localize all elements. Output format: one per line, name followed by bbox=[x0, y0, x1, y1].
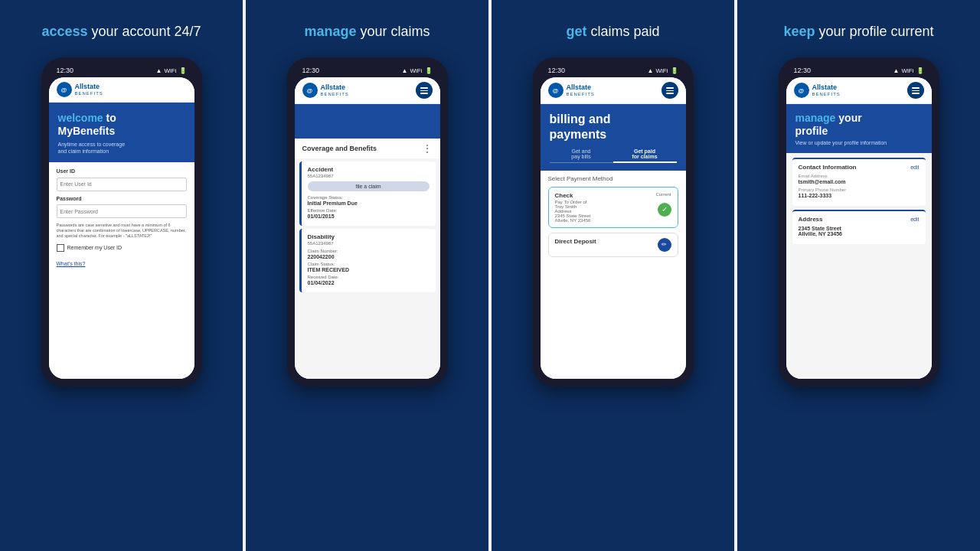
phone-3-statusbar: 12:30 ▲ WiFi 🔋 bbox=[541, 65, 686, 76]
profile-subtitle: View or update your profile information bbox=[795, 140, 923, 145]
coverage-title-text: Coverage and Benefits bbox=[302, 145, 377, 152]
phone-1-statusbar: 12:30 ▲ WiFi 🔋 bbox=[49, 65, 194, 76]
welcome-accent: welcome bbox=[58, 112, 103, 124]
password-hint: Passwords are case sensitive and must ha… bbox=[57, 223, 187, 239]
phone-value: 111-222-3333 bbox=[799, 193, 920, 198]
address-card-header: Address edit bbox=[799, 216, 920, 223]
panel-profile: keep your profile current 12:30 ▲ WiFi 🔋… bbox=[737, 0, 980, 551]
selected-checkmark: ✓ bbox=[658, 203, 671, 217]
panels-container: access your account 24/7 12:30 ▲ WiFi 🔋 … bbox=[0, 0, 980, 551]
whats-this-link[interactable]: What's this? bbox=[57, 261, 86, 266]
panel-3-title: get claims paid bbox=[566, 23, 659, 41]
payment-method-check[interactable]: Check Pay To Order of Troy Smith Address… bbox=[548, 187, 678, 228]
allstate-name-1: Allstate bbox=[75, 83, 103, 91]
billing-blue: billing andpayments Get andpay bills Get… bbox=[541, 104, 686, 170]
remember-row: Remember my User ID bbox=[57, 244, 187, 252]
phone-4-statusbar: 12:30 ▲ WiFi 🔋 bbox=[786, 65, 932, 76]
payment-type-check: Check bbox=[555, 192, 591, 199]
received-date-label: Received Date: bbox=[308, 275, 430, 279]
allstate-sub-4: BENEFITS bbox=[812, 92, 841, 96]
dots-menu[interactable]: ⋮ bbox=[423, 143, 433, 154]
phone-1-screen: @ Allstate BENEFITS welcome toMyBenefits… bbox=[49, 77, 194, 379]
allstate-logo-3: @ Allstate BENEFITS bbox=[548, 83, 595, 98]
user-id-label: User ID bbox=[57, 168, 187, 174]
coverage-section-title: Coverage and Benefits ⋮ bbox=[295, 139, 440, 158]
menu-icon-3[interactable] bbox=[662, 82, 678, 99]
allstate-logo-4: @ Allstate BENEFITS bbox=[794, 83, 841, 98]
phone-3-screen: @ Allstate BENEFITS bbox=[541, 77, 686, 379]
allstate-sub-2: BENEFITS bbox=[321, 92, 349, 96]
panel-1-title: access your account 24/7 bbox=[41, 23, 201, 41]
claim-card-accident: Accident 55A1234987 file a claim Coverag… bbox=[299, 161, 436, 226]
panel-claims: manage your claims 12:30 ▲ WiFi 🔋 @ Alls… bbox=[246, 0, 492, 551]
phone-2-statusbar: 12:30 ▲ WiFi 🔋 bbox=[295, 65, 440, 76]
claim-type-accident: Accident bbox=[308, 166, 430, 173]
phone-2: 12:30 ▲ WiFi 🔋 @ Allstate BENEFITS bbox=[287, 57, 448, 386]
remember-label: Remember my User ID bbox=[67, 245, 122, 250]
allstate-sub-1: BENEFITS bbox=[75, 91, 103, 96]
profile-title-accent: manage bbox=[795, 112, 836, 124]
coverage-status-value: Initial Premium Due bbox=[308, 201, 430, 206]
claim-number-value: 220042200 bbox=[308, 254, 430, 259]
remember-checkbox[interactable] bbox=[57, 244, 64, 252]
menu-icon-4[interactable] bbox=[907, 82, 924, 99]
app-header-2: @ Allstate BENEFITS bbox=[295, 77, 440, 104]
pay-to-label: Pay To Order of bbox=[555, 200, 591, 204]
tab-get-paid[interactable]: Get paidfor claims bbox=[613, 146, 677, 163]
profile-screen: manage yourprofile View or update your p… bbox=[786, 104, 932, 379]
profile-blue: manage yourprofile View or update your p… bbox=[786, 104, 932, 153]
phone-1: 12:30 ▲ WiFi 🔋 @ Allstate BENEFITS bbox=[41, 57, 202, 386]
panel-2-title: manage your claims bbox=[304, 23, 430, 41]
phone-4-screen: @ Allstate BENEFITS bbox=[786, 77, 932, 379]
panel-3-accent: get bbox=[566, 24, 586, 39]
claim-status-label: Claim Status: bbox=[308, 262, 430, 266]
effective-date-label: Effective Date: bbox=[308, 208, 430, 213]
effective-date-value: 01/01/2015 bbox=[308, 214, 430, 219]
panel-4-accent: keep bbox=[783, 24, 815, 39]
tab-pay-bills[interactable]: Get andpay bills bbox=[550, 146, 613, 163]
phone-4: 12:30 ▲ WiFi 🔋 @ Allstate BENEFITS bbox=[779, 57, 939, 386]
claim-card-disability: Disability 55A1234987 Claim Number: 2200… bbox=[299, 229, 436, 292]
menu-lines-3 bbox=[666, 87, 674, 94]
payment-type-dd: Direct Deposit bbox=[555, 238, 596, 245]
claim-number-label: Claim Number: bbox=[308, 249, 430, 253]
menu-lines-2 bbox=[420, 87, 428, 94]
menu-icon-2[interactable] bbox=[416, 82, 433, 99]
phone-2-screen: @ Allstate BENEFITS bbox=[295, 77, 440, 379]
billing-white: Select Payment Method Check Pay To Order… bbox=[541, 171, 686, 380]
billing-tabs: Get andpay bills Get paidfor claims bbox=[550, 146, 677, 163]
claim-status-value: ITEM RECEIVED bbox=[308, 267, 430, 272]
email-label: Email Address bbox=[799, 174, 920, 178]
login-blue: welcome toMyBenefits Anytime access to c… bbox=[49, 103, 194, 162]
user-id-input[interactable] bbox=[57, 178, 187, 191]
address-card: Address edit 2345 State StreetAllville, … bbox=[792, 210, 926, 244]
profile-white: Contact Information edit Email Address t… bbox=[786, 153, 932, 379]
address-value: 2345 State StreetAllville, NY 23456 bbox=[799, 226, 920, 236]
contact-info-edit[interactable]: edit bbox=[910, 165, 919, 170]
login-form: User ID Password Passwords are case sens… bbox=[49, 162, 194, 379]
edit-icon-dd[interactable]: ✏ bbox=[658, 238, 671, 252]
login-screen: welcome toMyBenefits Anytime access to c… bbox=[49, 103, 194, 379]
file-claim-btn[interactable]: file a claim bbox=[308, 181, 430, 191]
allstate-name-2: Allstate bbox=[321, 84, 349, 92]
welcome-subtitle: Anytime access to coverageand claim info… bbox=[58, 141, 185, 155]
allstate-icon-1: @ bbox=[57, 82, 72, 97]
claim-id-accident: 55A1234987 bbox=[308, 174, 430, 178]
address-card-edit[interactable]: edit bbox=[910, 217, 919, 222]
payment-method-direct-deposit[interactable]: Direct Deposit ✏ bbox=[548, 233, 678, 257]
contact-info-header: Contact Information edit bbox=[799, 164, 920, 171]
password-input[interactable] bbox=[57, 204, 187, 218]
notch-2 bbox=[348, 65, 387, 76]
current-label: Current bbox=[655, 192, 671, 197]
allstate-icon-3: @ bbox=[548, 83, 564, 98]
notch-3 bbox=[594, 65, 632, 76]
allstate-name-3: Allstate bbox=[567, 84, 595, 92]
allstate-logo-2: @ Allstate BENEFITS bbox=[302, 83, 349, 98]
app-header-1: @ Allstate BENEFITS bbox=[49, 77, 194, 103]
panel-4-title: keep your profile current bbox=[783, 23, 933, 41]
billing-title: billing andpayments bbox=[550, 112, 677, 141]
phone-label: Primary Phone Number bbox=[799, 187, 920, 192]
email-value: tsmith@email.com bbox=[799, 179, 920, 184]
received-date-value: 01/04/2022 bbox=[308, 280, 430, 285]
menu-lines-4 bbox=[912, 87, 920, 94]
